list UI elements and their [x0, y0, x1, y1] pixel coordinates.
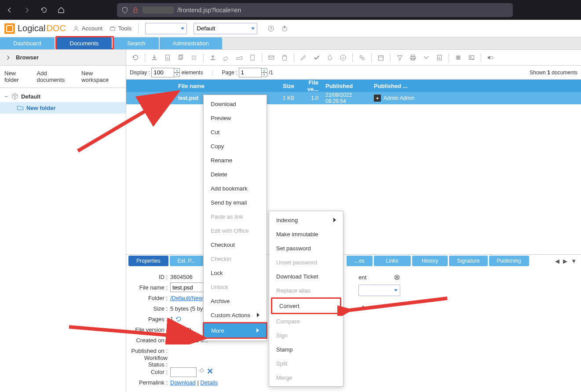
prop-pages: 1: [170, 315, 182, 323]
ctx-lock[interactable]: Lock: [204, 266, 267, 280]
approve-icon[interactable]: [337, 52, 349, 63]
permalink-details[interactable]: Details: [200, 379, 218, 386]
pdf-icon[interactable]: [162, 52, 173, 63]
ctx-archive[interactable]: Archive: [204, 294, 267, 308]
print-icon[interactable]: [407, 52, 419, 63]
dropdown-icon[interactable]: ▼: [571, 258, 577, 264]
home-button[interactable]: [56, 5, 66, 15]
tools-link[interactable]: Tools: [109, 25, 132, 32]
prop-color-input[interactable]: [170, 367, 197, 377]
ctx-convert[interactable]: Convert: [272, 299, 340, 313]
collapse-icon[interactable]: [5, 54, 12, 61]
ctx-indexing[interactable]: Indexing: [269, 213, 343, 227]
tab-signature[interactable]: Signature: [449, 256, 487, 266]
shield-icon: [121, 7, 128, 14]
list-icon[interactable]: [453, 52, 464, 63]
tab-ext[interactable]: Ext. P...: [170, 256, 203, 266]
ctx-setpw[interactable]: Set password: [269, 241, 343, 255]
ctx-custom[interactable]: Custom Actions: [204, 308, 267, 322]
add-documents-link[interactable]: Add documents: [37, 70, 77, 83]
ctx-copy[interactable]: Copy: [204, 139, 267, 153]
context-menu: Download Preview Cut Copy Rename Delete …: [203, 95, 267, 341]
type-select[interactable]: [358, 285, 400, 296]
col-version[interactable]: File ve...: [298, 79, 322, 92]
export-icon[interactable]: [434, 52, 445, 63]
calendar-icon[interactable]: [375, 52, 387, 63]
next-icon[interactable]: ▶: [563, 258, 567, 264]
ctx-stamp[interactable]: Stamp: [269, 342, 343, 356]
spin-down[interactable]: ▼: [174, 73, 180, 77]
tab-dashboard[interactable]: Dashboard: [0, 37, 55, 49]
download-icon[interactable]: [149, 52, 160, 63]
prop-filename-input[interactable]: [170, 282, 205, 292]
bucket-icon[interactable]: [198, 367, 205, 374]
grid-row[interactable]: test.psd 1 KB 1.0 22/09/2022 08:28:54 ✦A…: [126, 92, 581, 104]
edit-icon[interactable]: [298, 52, 309, 63]
ctx-more[interactable]: More: [204, 323, 266, 337]
trash-icon[interactable]: [279, 52, 290, 63]
image-icon[interactable]: [466, 52, 477, 63]
forward-button[interactable]: [22, 5, 32, 15]
clear-color-icon[interactable]: ✕: [207, 367, 213, 376]
account-link[interactable]: Account: [73, 25, 102, 32]
copy-icon[interactable]: [175, 52, 186, 63]
permalink-download[interactable]: Download: [170, 379, 196, 386]
header-select-1[interactable]: [145, 23, 187, 34]
ctx-download[interactable]: Download: [204, 97, 267, 111]
ctx-immutable[interactable]: Make immutable: [269, 227, 343, 241]
prop-folder-link[interactable]: /Default/New: [170, 295, 203, 301]
tab-search[interactable]: Search: [114, 37, 158, 49]
reload-button[interactable]: [39, 5, 49, 15]
power-button[interactable]: [281, 25, 288, 32]
new-workspace-link[interactable]: New workspace: [81, 70, 121, 83]
droplet-icon[interactable]: [324, 52, 336, 63]
url-bar[interactable]: xxx /frontend.jsp?locale=en: [117, 3, 513, 17]
back-button[interactable]: [4, 5, 15, 15]
tree-root-default[interactable]: − Default: [0, 91, 126, 102]
chevron-down-icon[interactable]: [420, 52, 432, 63]
upload-icon[interactable]: [207, 52, 219, 63]
tab-documents[interactable]: Documents: [57, 37, 112, 49]
ctx-preview[interactable]: Preview: [204, 111, 267, 125]
col-publishedby[interactable]: Published ...: [370, 83, 428, 89]
ctx-bookmark[interactable]: Add bookmark: [204, 181, 267, 195]
tab-publishing[interactable]: Publishing: [489, 256, 529, 266]
mail-icon[interactable]: [266, 52, 277, 63]
ctx-ticket[interactable]: Download Ticket: [269, 269, 343, 283]
tab-links[interactable]: Links: [374, 256, 411, 266]
page-icon[interactable]: [247, 52, 258, 63]
scanner-icon[interactable]: [234, 52, 245, 63]
filter-icon[interactable]: [394, 52, 406, 63]
col-filename[interactable]: File name: [175, 83, 276, 89]
prev-icon[interactable]: ◀: [555, 258, 559, 264]
check-icon[interactable]: [311, 52, 322, 63]
tab-history[interactable]: History: [412, 256, 448, 266]
close-icon[interactable]: ⊗: [394, 272, 400, 282]
spin-up[interactable]: ▲: [174, 68, 180, 73]
pencil-icon[interactable]: [358, 304, 365, 311]
display-count-input[interactable]: [151, 68, 174, 77]
new-folder-link[interactable]: New folder: [4, 70, 32, 83]
tab-notes[interactable]: ...es: [347, 256, 373, 266]
ctx-cut[interactable]: Cut: [204, 125, 267, 139]
ctx-checkout[interactable]: Checkout: [204, 238, 267, 252]
sidebar-header: Browser: [0, 50, 126, 66]
refresh-icon[interactable]: [130, 52, 141, 63]
windows-icon[interactable]: [188, 52, 200, 63]
col-published[interactable]: Published: [322, 83, 370, 89]
logo-icon: [4, 23, 15, 34]
tab-administration[interactable]: Administration: [160, 37, 222, 49]
page-input[interactable]: [239, 68, 262, 77]
tree-new-folder[interactable]: New folder: [0, 102, 126, 114]
gears-icon[interactable]: [356, 52, 368, 63]
help-button[interactable]: ?: [267, 25, 274, 32]
refresh-pages-icon[interactable]: [175, 315, 182, 322]
header-select-2[interactable]: Default: [194, 23, 257, 34]
ctx-rename[interactable]: Rename: [204, 153, 267, 167]
tab-properties[interactable]: Properties: [128, 256, 168, 266]
ctx-email[interactable]: Send by email: [204, 195, 267, 209]
eraser-icon[interactable]: [220, 52, 232, 63]
toggle-icon[interactable]: [485, 52, 496, 63]
ctx-delete[interactable]: Delete: [204, 167, 267, 181]
col-size[interactable]: Size: [276, 83, 298, 89]
